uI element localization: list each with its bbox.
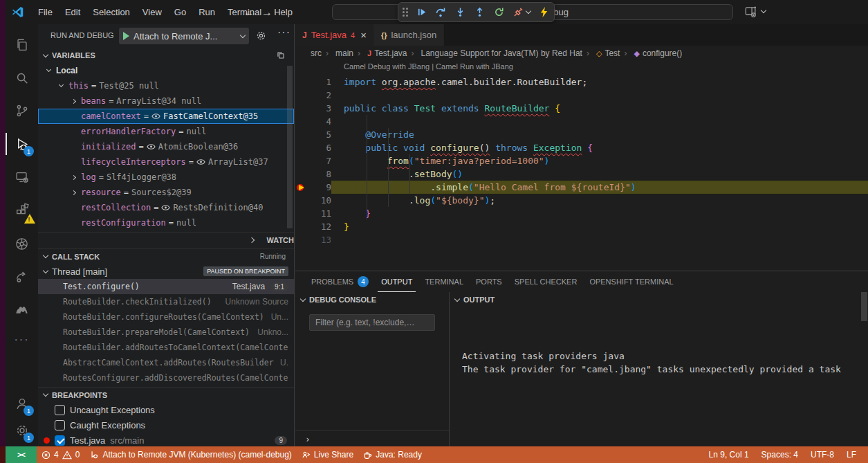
search-icon[interactable]	[6, 63, 38, 93]
lazy-eval-eye-icon[interactable]	[196, 158, 205, 165]
lazy-eval-eye-icon[interactable]	[147, 143, 156, 150]
accounts-icon[interactable]: 1	[6, 388, 38, 419]
tree-chevron-icon[interactable]	[71, 174, 75, 179]
debug-console-header[interactable]: DEBUG CONSOLE	[295, 292, 449, 307]
hot-code-replace-icon[interactable]	[537, 6, 550, 19]
back-arrow-button[interactable]: ←	[241, 0, 257, 24]
code-line[interactable]: 11 }	[295, 207, 868, 220]
stack-frame-row[interactable]: RoutesConfigurer.addDiscoveredRoutes(Cam…	[38, 370, 294, 385]
more-views-icon[interactable]: ···	[6, 325, 38, 355]
gutter[interactable]	[295, 233, 308, 246]
breakpoint-checkbox[interactable]	[55, 435, 65, 446]
breadcrumb-item[interactable]: src	[311, 48, 322, 58]
tab-launch-json[interactable]: {} launch.json	[374, 24, 444, 46]
menu-item[interactable]: Edit	[59, 7, 86, 17]
disconnect-dropdown-chevron-icon[interactable]	[526, 8, 531, 14]
codelens-links[interactable]: Camel Debug with JBang | Camel Run with …	[344, 62, 513, 71]
customize-layout-icon[interactable]	[744, 5, 757, 18]
gutter[interactable]	[295, 102, 308, 115]
stack-frame-row[interactable]: RouteBuilder.addRoutesToCamelContext(Cam…	[38, 340, 294, 355]
variable-row[interactable]: restConfiguration = null	[38, 215, 294, 230]
gutter[interactable]	[295, 194, 308, 207]
panel-tab[interactable]: OUTPUT	[378, 271, 416, 292]
code-line[interactable]: 5 @Override	[295, 128, 868, 141]
remote-indicator[interactable]: ><	[6, 446, 37, 463]
camel-icon[interactable]	[6, 293, 38, 324]
kubernetes-icon[interactable]	[6, 228, 38, 259]
views-more-actions-icon[interactable]: ···	[277, 26, 290, 39]
launch-config-dropdown[interactable]: Attach to Remote J...	[119, 28, 249, 44]
settings-gear-icon[interactable]: 1	[6, 415, 38, 446]
explorer-icon[interactable]	[6, 30, 38, 60]
code-line[interactable]: 2	[295, 89, 868, 102]
forward-arrow-button[interactable]: →	[259, 0, 275, 24]
launch-config-chevron-icon[interactable]	[240, 32, 246, 37]
step-over-button[interactable]	[434, 6, 447, 19]
call-stack-section-header[interactable]: CALL STACK Running	[38, 248, 294, 264]
code-line[interactable]: 6 public void configure() throws Excepti…	[295, 141, 868, 154]
extensions-icon[interactable]	[6, 195, 38, 226]
tree-chevron-icon[interactable]	[71, 98, 75, 103]
restart-button[interactable]	[492, 6, 505, 19]
variable-row[interactable]: resource = Sources$2@39	[38, 185, 294, 200]
start-debug-icon[interactable]	[123, 32, 129, 40]
panel-tab[interactable]: SPELL CHECKER	[511, 271, 581, 292]
variable-row[interactable]: initialized = AtomicBoolean@36	[38, 139, 294, 154]
variable-row[interactable]: log = Slf4jLogger@38	[38, 170, 294, 185]
step-into-button[interactable]	[454, 6, 466, 19]
breakpoint-row[interactable]: Caught Exceptions	[38, 417, 294, 433]
output-header[interactable]: OUTPUT	[450, 292, 868, 307]
variable-row[interactable]: errorHandlerFactory = null	[38, 124, 294, 139]
output-log[interactable]: Activating task providers javaThe task p…	[462, 310, 841, 376]
variable-row[interactable]: beans = ArrayList@34 null	[38, 93, 294, 109]
debug-console-filter-input[interactable]	[309, 314, 435, 331]
breakpoint-row[interactable]: Uncaught Exceptions	[38, 402, 294, 417]
panel-tab[interactable]: PORTS	[472, 271, 506, 292]
code-line[interactable]: 8 .setBody()	[295, 167, 868, 181]
java-status[interactable]: Java: Ready	[358, 446, 427, 463]
lazy-eval-eye-icon[interactable]	[151, 113, 160, 120]
stack-frame-row[interactable]: RouteBuilder.checkInitialized() Unknown …	[38, 294, 294, 309]
menu-item[interactable]: Run	[192, 7, 221, 17]
gutter[interactable]	[295, 115, 308, 128]
panel-tab[interactable]: PROBLEMS 4	[308, 271, 372, 292]
eol-setting[interactable]: LF	[840, 446, 862, 463]
menu-item[interactable]: Go	[168, 7, 192, 17]
live-share-status[interactable]: Live Share	[297, 446, 358, 463]
gutter[interactable]	[295, 141, 308, 154]
encoding-setting[interactable]: UTF-8	[804, 446, 840, 463]
code-line[interactable]: 10 .log("${body}");	[295, 194, 868, 207]
continue-button[interactable]	[415, 6, 427, 19]
variable-row[interactable]: this = Test@25 null	[38, 78, 294, 93]
gutter[interactable]	[295, 220, 308, 233]
panel-tab[interactable]: OPENSHIFT TERMINAL	[586, 271, 676, 292]
code-view[interactable]: 1 import org.apache.camel.builder.RouteB…	[295, 75, 868, 246]
menu-item[interactable]: File	[32, 7, 59, 17]
variable-row[interactable]: Local	[38, 63, 294, 78]
step-out-button[interactable]	[473, 6, 486, 19]
menu-item[interactable]: View	[136, 7, 168, 17]
code-line[interactable]: 1 import org.apache.camel.builder.RouteB…	[295, 75, 868, 89]
gutter[interactable]	[295, 181, 308, 194]
variable-row[interactable]: lifecycleInterceptors = ArrayList@37	[38, 154, 294, 170]
panel-tab[interactable]: TERMINAL	[421, 271, 467, 292]
watch-section-header[interactable]: WATCH	[38, 232, 294, 247]
variable-row[interactable]: restCollection = RestsDefinition@40	[38, 200, 294, 215]
debug-session-status[interactable]: Attach to Remote JVM (Kubernetes) (camel…	[84, 446, 296, 463]
variables-actions-icon[interactable]	[276, 51, 286, 60]
variable-row[interactable]: camelContext = FastCamelContext@35	[38, 109, 294, 124]
code-line[interactable]: 12 }	[295, 220, 868, 233]
tree-chevron-icon[interactable]	[46, 67, 50, 72]
gutter[interactable]	[295, 128, 308, 141]
source-control-icon[interactable]	[6, 96, 38, 126]
breadcrumb-item[interactable]: Language Support for Java(TM) by Red Hat	[407, 48, 582, 58]
stack-frame-row[interactable]: Test.configure() Test.java 9:1	[38, 279, 294, 294]
tab-test-java[interactable]: J Test.java 4 ×	[295, 24, 374, 46]
code-line[interactable]: 4	[295, 115, 868, 128]
debug-console-prompt[interactable]: ›	[295, 430, 449, 444]
close-icon[interactable]: ×	[360, 29, 367, 41]
stack-frame-row[interactable]: RouteBuilder.prepareModel(CamelContext) …	[38, 325, 294, 340]
layout-dropdown-chevron-icon[interactable]	[761, 8, 766, 13]
indentation-setting[interactable]: Spaces: 4	[755, 446, 804, 463]
problems-status[interactable]: 4 0	[37, 446, 84, 463]
